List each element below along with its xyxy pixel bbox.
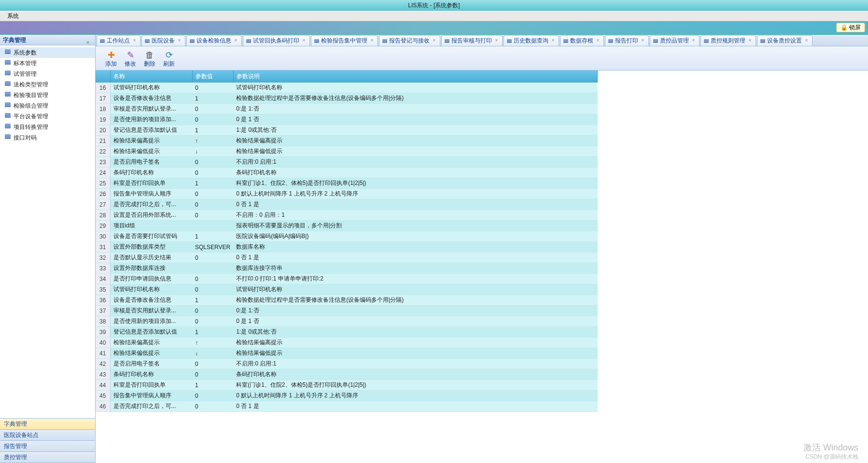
cell-rownum: 42 bbox=[96, 359, 110, 369]
table-row[interactable]: 31设置外部数据库类型SQLSERVER数据库名称 bbox=[96, 242, 598, 253]
sidebar-item-7[interactable]: 项目转换管理 bbox=[0, 122, 95, 132]
sidebar-title: 字典管理 bbox=[3, 37, 26, 43]
accordion-item-2[interactable]: 报告管理 bbox=[0, 441, 95, 452]
tab-close-icon[interactable]: × bbox=[595, 38, 601, 43]
tab-10[interactable]: 质控品管理× bbox=[650, 35, 700, 46]
sidebar-item-3[interactable]: 送检类型管理 bbox=[0, 79, 95, 90]
cell-value: SQLSERVER bbox=[192, 242, 233, 253]
cell-rownum: 33 bbox=[96, 263, 110, 274]
refresh-button[interactable]: ⟳刷新 bbox=[159, 50, 179, 67]
cell-rownum: 32 bbox=[96, 253, 110, 263]
table-row[interactable]: 45报告集中管理病人顺序00 默认上机时间降序 1 上机号升序 2 上机号降序 bbox=[96, 391, 598, 401]
sidebar-item-5[interactable]: 检验组合管理 bbox=[0, 100, 95, 111]
cell-rownum: 41 bbox=[96, 348, 110, 359]
table-row[interactable]: 42是否启用电子签名0不启用:0 启用:1 bbox=[96, 359, 598, 369]
tab-close-icon[interactable]: × bbox=[804, 38, 809, 43]
table-row[interactable]: 32是否默认显示历史结果00 否 1 是 bbox=[96, 253, 598, 263]
tab-12[interactable]: 设备质控设置× bbox=[757, 35, 812, 46]
table-row[interactable]: 30设备是否需要打印试管码1医院设备编码(编码A|编码B|) bbox=[96, 231, 598, 242]
tab-6[interactable]: 报告审核与打印× bbox=[441, 35, 503, 46]
table-row[interactable]: 43条码打印机名称0条码打印机名称 bbox=[96, 369, 598, 380]
cell-name: 是否启用电子签名 bbox=[110, 157, 192, 168]
add-button[interactable]: ✚添加 bbox=[101, 50, 121, 67]
collapse-icon[interactable]: « bbox=[86, 37, 93, 43]
table-row[interactable]: 21检验结果偏高提示↑检验结果偏高提示 bbox=[96, 136, 598, 146]
col-value[interactable]: 参数值 bbox=[192, 70, 233, 83]
table-row[interactable]: 33设置外部数据库连接数据库连接字符串 bbox=[96, 263, 598, 274]
sidebar-item-4[interactable]: 检验项目管理 bbox=[0, 90, 95, 100]
tab-3[interactable]: 试管回执条码打印× bbox=[243, 35, 310, 46]
table-row[interactable]: 37审核是否实用默认登录...00:是 1:否 bbox=[96, 306, 598, 316]
tab-close-icon[interactable]: × bbox=[691, 38, 696, 43]
table-row[interactable]: 46是否完成打印之后，可...00 否 1 是 bbox=[96, 401, 598, 412]
table-row[interactable]: 27是否完成打印之后，可...00 否 1 是 bbox=[96, 199, 598, 210]
tab-close-icon[interactable]: × bbox=[550, 38, 556, 43]
tab-1[interactable]: 医院设备× bbox=[141, 35, 185, 46]
cell-rownum: 31 bbox=[96, 242, 110, 253]
table-row[interactable]: 20登记信息是否添加默认值11:是 0或其他:否 bbox=[96, 125, 598, 136]
cell-desc: 0 否 1 是 bbox=[233, 253, 597, 263]
cell-value: 0 bbox=[192, 284, 233, 295]
sidebar-item-0[interactable]: 系统参数 bbox=[0, 47, 95, 58]
menu-system[interactable]: 系统 bbox=[7, 13, 19, 19]
table-row[interactable]: 26报告集中管理病人顺序00 默认上机时间降序 1 上机号升序 2 上机号降序 bbox=[96, 189, 598, 199]
table-row[interactable]: 17设备是否修改备注信息1检验数据处理过程中是否需要修改备注信息(设备编码多个用… bbox=[96, 93, 598, 104]
cell-desc: 检验结果偏高提示 bbox=[233, 136, 597, 146]
tab-close-icon[interactable]: × bbox=[233, 38, 238, 43]
cell-value: 0 bbox=[192, 391, 233, 401]
accordion-item-1[interactable]: 医院设备站点 bbox=[0, 430, 95, 441]
table-row[interactable]: 24条码打印机名称0条码打印机名称 bbox=[96, 168, 598, 178]
sidebar-item-1[interactable]: 标本管理 bbox=[0, 58, 95, 69]
tab-9[interactable]: 报告打印× bbox=[605, 35, 649, 46]
grid-wrap[interactable]: 名称 参数值 参数说明 16试管码打印机名称0试管码打印机名称17设备是否修改备… bbox=[96, 70, 868, 463]
tab-close-icon[interactable]: × bbox=[640, 38, 645, 43]
tab-close-icon[interactable]: × bbox=[132, 38, 137, 43]
menu-bar: 系统 bbox=[0, 11, 868, 21]
table-row[interactable]: 36设备是否修改备注信息1检验数据处理过程中是否需要修改备注信息(设备编码多个用… bbox=[96, 295, 598, 306]
sidebar-item-2[interactable]: 试管管理 bbox=[0, 69, 95, 79]
edit-label: 修改 bbox=[121, 60, 140, 67]
table-row[interactable]: 22检验结果偏低提示↓检验结果偏低提示 bbox=[96, 146, 598, 157]
table-row[interactable]: 19是否使用新的项目添加...00 是 1 否 bbox=[96, 114, 598, 125]
table-row[interactable]: 29项目id组报表明细不需要显示的项目，多个用|分割 bbox=[96, 221, 598, 231]
tab-11[interactable]: 质控规则管理× bbox=[700, 35, 756, 46]
col-desc[interactable]: 参数说明 bbox=[233, 70, 597, 83]
accordion-item-0[interactable]: 字典管理 bbox=[0, 419, 95, 430]
table-row[interactable]: 18审核是否实用默认登录...00:是 1:否 bbox=[96, 104, 598, 114]
sidebar-item-6[interactable]: 平台设备管理 bbox=[0, 111, 95, 122]
table-row[interactable]: 25科室是否打印回执单1科室(门诊1、住院2、体检5)是否打印回执单(1|2|5… bbox=[96, 178, 598, 189]
edit-button[interactable]: ✎修改 bbox=[121, 50, 140, 67]
tab-7[interactable]: 历史数据查询× bbox=[504, 35, 559, 46]
table-row[interactable]: 38是否使用新的项目添加...00 是 1 否 bbox=[96, 316, 598, 327]
table-row[interactable]: 35试管码打印机名称0试管码打印机名称 bbox=[96, 284, 598, 295]
tab-close-icon[interactable]: × bbox=[301, 38, 307, 43]
tab-close-icon[interactable]: × bbox=[177, 38, 182, 43]
tab-5[interactable]: 报告登记与接收× bbox=[379, 35, 440, 46]
tab-4[interactable]: 检验报告集中管理× bbox=[311, 35, 378, 46]
cell-value: 0 bbox=[192, 83, 233, 93]
tab-close-icon[interactable]: × bbox=[369, 38, 375, 43]
table-row[interactable]: 44科室是否打印回执单1科室(门诊1、住院2、体检5)是否打印回执单(1|2|5… bbox=[96, 380, 598, 391]
sidebar-item-8[interactable]: 接口对码 bbox=[0, 132, 95, 143]
table-row[interactable]: 41检验结果偏低提示↓检验结果偏低提示 bbox=[96, 348, 598, 359]
tab-close-icon[interactable]: × bbox=[432, 38, 437, 43]
tab-close-icon[interactable]: × bbox=[747, 38, 753, 43]
table-row[interactable]: 34是否打印申请回执信息0不打印:0 打印:1 申请单申请打印:2 bbox=[96, 274, 598, 284]
table-row[interactable]: 16试管码打印机名称0试管码打印机名称 bbox=[96, 83, 598, 93]
table-row[interactable]: 28设置是否启用外部系统...0不启用：0 启用：1 bbox=[96, 210, 598, 221]
cell-name: 是否打印申请回执信息 bbox=[110, 274, 192, 284]
lock-button[interactable]: 🔒锁屏 bbox=[836, 23, 865, 32]
col-name[interactable]: 名称 bbox=[110, 70, 192, 83]
table-row[interactable]: 40检验结果偏高提示↑检验结果偏高提示 bbox=[96, 337, 598, 348]
cell-desc: 0 是 1 否 bbox=[233, 316, 597, 327]
tab-8[interactable]: 数据存根× bbox=[560, 35, 604, 46]
tab-0[interactable]: 工作站点× bbox=[97, 35, 140, 46]
table-row[interactable]: 39登记信息是否添加默认值11:是 0或其他:否 bbox=[96, 327, 598, 337]
tab-icon bbox=[145, 39, 150, 43]
tab-close-icon[interactable]: × bbox=[494, 38, 499, 43]
table-row[interactable]: 23是否启用电子签名0不启用:0 启用:1 bbox=[96, 157, 598, 168]
delete-button[interactable]: 🗑删除 bbox=[140, 50, 159, 67]
accordion-item-3[interactable]: 质控管理 bbox=[0, 452, 95, 463]
cell-desc: 不启用:0 启用:1 bbox=[233, 359, 597, 369]
tab-2[interactable]: 设备检验信息× bbox=[186, 35, 242, 46]
